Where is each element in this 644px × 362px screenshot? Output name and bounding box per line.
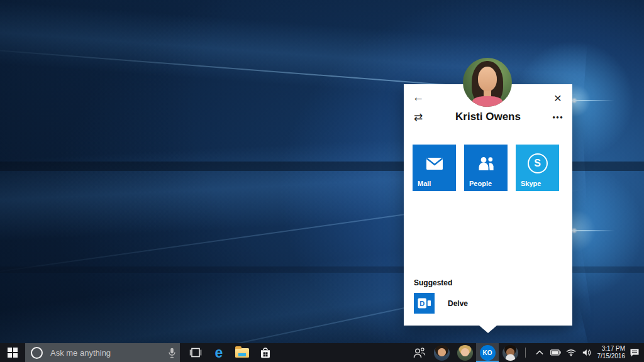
mail-envelope-icon	[413, 151, 456, 176]
task-view-button[interactable]	[185, 343, 206, 362]
tile-label: People	[469, 180, 492, 187]
tile-people[interactable]: People	[464, 145, 508, 191]
contact-avatar-1	[434, 345, 450, 361]
cortana-icon	[31, 347, 43, 359]
tray-overflow-chevron[interactable]	[533, 343, 547, 362]
store-bag-icon	[259, 346, 272, 359]
delve-icon: D	[414, 293, 435, 314]
tile-skype[interactable]: S Skype	[516, 145, 559, 191]
pinned-contact-1[interactable]	[430, 343, 453, 362]
skype-icon: S	[516, 151, 559, 176]
suggested-app-label: Delve	[448, 299, 468, 308]
suggested-app-delve[interactable]: D Delve	[414, 293, 468, 314]
volume-status[interactable]	[579, 343, 594, 362]
battery-status[interactable]	[548, 343, 563, 362]
pinned-contact-3[interactable]	[499, 343, 521, 362]
action-center-icon	[630, 348, 640, 358]
action-center-button[interactable]	[626, 343, 643, 362]
network-status[interactable]	[564, 343, 579, 362]
avatar-face	[478, 67, 497, 91]
people-band-button[interactable]	[408, 343, 430, 362]
search-input[interactable]	[49, 348, 164, 358]
microphone-icon[interactable]	[164, 343, 180, 362]
pinned-contact-2[interactable]	[453, 343, 476, 362]
taskbar-separator	[525, 348, 526, 358]
pinned-contact-kristi-owens-active[interactable]: KO	[476, 343, 499, 362]
svg-text:D: D	[419, 300, 425, 307]
windows-logo-icon	[8, 348, 18, 358]
edge-browser-button[interactable]: e	[208, 343, 230, 362]
skype-s-glyph: S	[534, 158, 541, 169]
start-button[interactable]	[0, 343, 25, 362]
taskbar-clock[interactable]: 3:17 PM 7/15/2016	[594, 343, 625, 362]
people-contact-flyout: ← × ⇄ ●●● Kristi Owens Mail	[404, 84, 572, 326]
contact-avatar-3	[502, 345, 518, 361]
cortana-search-box[interactable]	[25, 343, 180, 362]
clock-time: 3:17 PM	[602, 345, 625, 353]
task-view-icon	[189, 348, 202, 358]
contact-app-tiles: Mail People S Skype	[413, 145, 559, 191]
contact-name: Kristi Owens	[404, 111, 572, 123]
clock-date: 7/15/2016	[597, 353, 626, 361]
tile-label: Mail	[418, 180, 431, 187]
chevron-up-icon	[536, 350, 543, 355]
flyout-callout-pointer	[479, 326, 497, 333]
taskbar: e	[0, 343, 644, 362]
battery-icon	[550, 349, 561, 356]
store-button[interactable]	[255, 343, 276, 362]
file-explorer-button[interactable]	[231, 343, 253, 362]
people-icon	[464, 151, 508, 176]
wifi-icon	[566, 349, 576, 356]
tile-mail[interactable]: Mail	[413, 145, 456, 191]
suggested-heading: Suggested	[414, 278, 452, 287]
contact-initials-avatar: KO	[480, 345, 496, 361]
close-icon[interactable]: ×	[548, 88, 567, 107]
edge-icon: e	[215, 346, 223, 360]
folder-icon	[235, 348, 249, 358]
contact-avatar	[463, 58, 512, 107]
desktop-screen: ← × ⇄ ●●● Kristi Owens Mail	[0, 0, 644, 362]
people-outline-icon	[412, 347, 426, 359]
contact-avatar-2	[457, 345, 473, 361]
tile-label: Skype	[521, 180, 541, 187]
speaker-icon	[582, 349, 591, 356]
back-icon[interactable]: ←	[409, 88, 428, 107]
